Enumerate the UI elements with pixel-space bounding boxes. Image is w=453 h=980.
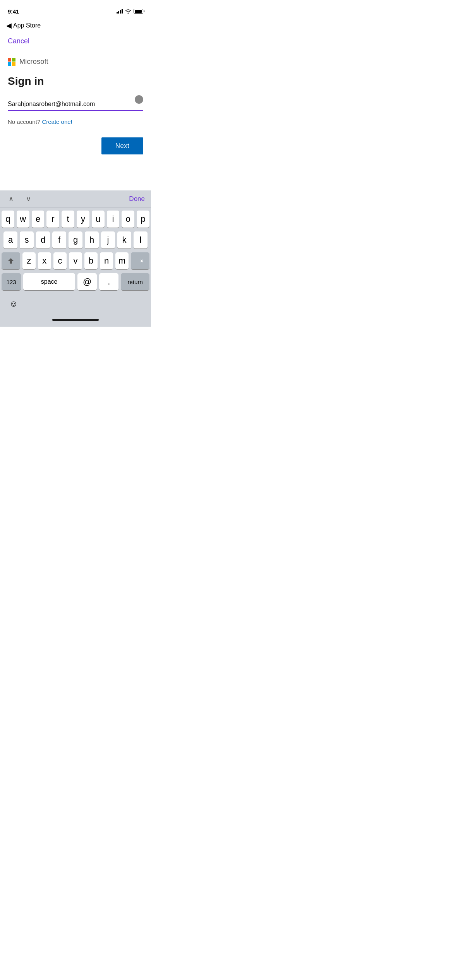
key-l[interactable]: l — [134, 231, 148, 248]
key-b[interactable]: b — [84, 252, 98, 269]
key-h[interactable]: h — [85, 231, 99, 248]
key-e[interactable]: e — [32, 211, 45, 228]
nav-back[interactable]: ◀ App Store — [6, 22, 41, 29]
key-f[interactable]: f — [52, 231, 66, 248]
keyboard-row-1: q w e r t y u i o p — [2, 211, 149, 228]
nav-back-label: App Store — [13, 22, 41, 29]
create-account-link[interactable]: Create one! — [42, 118, 72, 125]
key-p[interactable]: p — [137, 211, 149, 228]
next-button[interactable]: Next — [101, 137, 143, 154]
key-z[interactable]: z — [22, 252, 36, 269]
shift-key[interactable] — [2, 252, 20, 269]
at-key[interactable]: @ — [77, 273, 97, 290]
keyboard-toolbar: ∧ ∨ Done — [0, 190, 151, 207]
cancel-button[interactable]: Cancel — [8, 37, 29, 45]
home-bar — [52, 319, 99, 321]
key-d[interactable]: d — [36, 231, 50, 248]
keyboard-row-3: z x c v b n m — [2, 252, 149, 269]
home-indicator — [2, 314, 149, 325]
ms-logo-green — [12, 58, 15, 62]
delete-key[interactable] — [131, 252, 149, 269]
numbers-key[interactable]: 123 — [2, 273, 21, 290]
wifi-icon — [125, 9, 131, 14]
status-time: 9:41 — [8, 8, 19, 15]
status-icons — [117, 9, 144, 14]
key-j[interactable]: j — [101, 231, 115, 248]
main-content: Microsoft Sign in No account? Create one… — [0, 48, 151, 162]
ms-logo-blue — [8, 62, 11, 65]
nav-bar: ◀ App Store — [0, 17, 151, 34]
key-n[interactable]: n — [100, 252, 113, 269]
back-arrow-icon: ◀ — [6, 22, 12, 29]
next-area: Next — [8, 137, 143, 154]
key-y[interactable]: y — [77, 211, 89, 228]
ms-logo-yellow — [12, 62, 15, 65]
microsoft-logo-icon — [8, 58, 15, 66]
keyboard-row-bottom: 123 space @ . return — [2, 273, 149, 290]
chevron-up-icon: ∧ — [9, 195, 14, 203]
emoji-button[interactable]: ☺ — [6, 296, 21, 311]
chevron-down-icon: ∨ — [26, 195, 31, 203]
no-account-text: No account? Create one! — [8, 118, 143, 125]
return-key[interactable]: return — [121, 273, 149, 290]
key-w[interactable]: w — [17, 211, 29, 228]
status-bar: 9:41 — [0, 0, 151, 17]
keyboard-row-2: a s d f g h j k l — [2, 231, 149, 248]
keyboard-bottom-row: ☺ — [2, 294, 149, 314]
key-i[interactable]: i — [107, 211, 120, 228]
sign-in-heading: Sign in — [8, 75, 143, 87]
key-x[interactable]: x — [38, 252, 51, 269]
battery-icon — [134, 9, 143, 14]
delete-icon — [136, 258, 144, 264]
key-s[interactable]: s — [20, 231, 34, 248]
shift-icon — [7, 257, 14, 264]
email-area — [8, 98, 143, 111]
signal-icon — [117, 9, 123, 14]
toolbar-up-button[interactable]: ∧ — [6, 193, 16, 205]
period-key[interactable]: . — [99, 273, 118, 290]
email-dot-indicator — [135, 95, 143, 104]
key-t[interactable]: t — [62, 211, 74, 228]
space-key[interactable]: space — [23, 273, 75, 290]
ms-logo-red — [8, 58, 11, 62]
microsoft-logo-area: Microsoft — [8, 58, 143, 66]
key-u[interactable]: u — [92, 211, 105, 228]
email-input[interactable] — [8, 98, 143, 111]
key-k[interactable]: k — [117, 231, 131, 248]
key-m[interactable]: m — [115, 252, 129, 269]
key-o[interactable]: o — [122, 211, 134, 228]
microsoft-name: Microsoft — [19, 58, 48, 66]
key-v[interactable]: v — [69, 252, 82, 269]
key-c[interactable]: c — [53, 252, 67, 269]
toolbar-nav: ∧ ∨ — [6, 193, 33, 205]
keyboard: q w e r t y u i o p a s d f g h j k l z … — [0, 207, 151, 327]
toolbar-down-button[interactable]: ∨ — [24, 193, 33, 205]
key-a[interactable]: a — [3, 231, 17, 248]
key-g[interactable]: g — [69, 231, 82, 248]
key-q[interactable]: q — [2, 211, 14, 228]
cancel-area: Cancel — [0, 34, 151, 48]
keyboard-done-button[interactable]: Done — [129, 194, 145, 204]
key-r[interactable]: r — [46, 211, 59, 228]
